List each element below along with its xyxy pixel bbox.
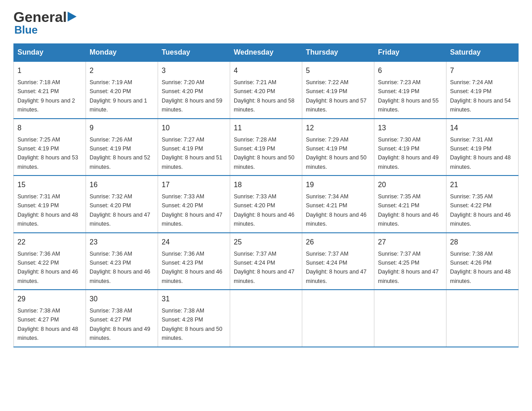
day-info: Sunrise: 7:21 AMSunset: 4:20 PMDaylight:… xyxy=(234,79,295,113)
day-number: 4 xyxy=(234,65,298,76)
calendar-cell: 26 Sunrise: 7:37 AMSunset: 4:24 PMDaylig… xyxy=(302,233,374,290)
calendar-cell: 3 Sunrise: 7:20 AMSunset: 4:20 PMDayligh… xyxy=(158,61,230,119)
page-header: General Blue xyxy=(13,9,519,36)
day-number: 26 xyxy=(306,237,370,248)
calendar-cell: 7 Sunrise: 7:24 AMSunset: 4:19 PMDayligh… xyxy=(446,61,519,119)
day-number: 28 xyxy=(450,237,515,248)
day-info: Sunrise: 7:29 AMSunset: 4:19 PMDaylight:… xyxy=(306,137,367,170)
day-info: Sunrise: 7:38 AMSunset: 4:28 PMDaylight:… xyxy=(162,308,223,341)
calendar-cell xyxy=(374,290,446,347)
calendar-week-row: 15 Sunrise: 7:31 AMSunset: 4:19 PMDaylig… xyxy=(14,176,519,233)
calendar-cell: 19 Sunrise: 7:34 AMSunset: 4:21 PMDaylig… xyxy=(302,176,374,233)
calendar-table: SundayMondayTuesdayWednesdayThursdayFrid… xyxy=(13,43,519,347)
day-info: Sunrise: 7:32 AMSunset: 4:20 PMDaylight:… xyxy=(90,193,150,227)
day-info: Sunrise: 7:25 AMSunset: 4:19 PMDaylight:… xyxy=(17,137,78,170)
day-info: Sunrise: 7:36 AMSunset: 4:22 PMDaylight:… xyxy=(17,251,78,284)
calendar-cell: 18 Sunrise: 7:33 AMSunset: 4:20 PMDaylig… xyxy=(230,176,302,233)
day-info: Sunrise: 7:31 AMSunset: 4:19 PMDaylight:… xyxy=(17,193,78,227)
logo-arrow-icon xyxy=(68,12,77,23)
day-info: Sunrise: 7:26 AMSunset: 4:19 PMDaylight:… xyxy=(90,137,150,170)
calendar-cell: 9 Sunrise: 7:26 AMSunset: 4:19 PMDayligh… xyxy=(86,119,158,176)
day-info: Sunrise: 7:19 AMSunset: 4:20 PMDaylight:… xyxy=(90,79,147,113)
col-header-saturday: Saturday xyxy=(446,44,519,62)
calendar-cell: 14 Sunrise: 7:31 AMSunset: 4:19 PMDaylig… xyxy=(446,119,519,176)
day-info: Sunrise: 7:35 AMSunset: 4:21 PMDaylight:… xyxy=(378,193,439,227)
logo-blue-text: Blue xyxy=(14,24,38,36)
calendar-cell: 27 Sunrise: 7:37 AMSunset: 4:25 PMDaylig… xyxy=(374,233,446,290)
calendar-cell: 17 Sunrise: 7:33 AMSunset: 4:20 PMDaylig… xyxy=(158,176,230,233)
calendar-cell xyxy=(230,290,302,347)
day-number: 13 xyxy=(378,123,442,133)
day-info: Sunrise: 7:35 AMSunset: 4:22 PMDaylight:… xyxy=(450,193,511,227)
day-info: Sunrise: 7:38 AMSunset: 4:27 PMDaylight:… xyxy=(90,308,150,341)
day-number: 24 xyxy=(162,237,226,248)
day-number: 3 xyxy=(162,65,226,76)
day-info: Sunrise: 7:20 AMSunset: 4:20 PMDaylight:… xyxy=(162,79,223,113)
day-number: 30 xyxy=(90,294,154,304)
day-number: 21 xyxy=(450,180,515,190)
day-info: Sunrise: 7:27 AMSunset: 4:19 PMDaylight:… xyxy=(162,137,223,170)
day-number: 31 xyxy=(162,294,226,304)
day-number: 6 xyxy=(378,65,442,76)
calendar-cell: 30 Sunrise: 7:38 AMSunset: 4:27 PMDaylig… xyxy=(86,290,158,347)
day-info: Sunrise: 7:38 AMSunset: 4:27 PMDaylight:… xyxy=(17,308,78,341)
day-number: 18 xyxy=(234,180,298,190)
day-number: 7 xyxy=(450,65,515,76)
day-number: 20 xyxy=(378,180,442,190)
col-header-wednesday: Wednesday xyxy=(230,44,302,62)
day-info: Sunrise: 7:36 AMSunset: 4:23 PMDaylight:… xyxy=(90,251,150,284)
day-info: Sunrise: 7:37 AMSunset: 4:25 PMDaylight:… xyxy=(378,251,439,284)
calendar-cell: 15 Sunrise: 7:31 AMSunset: 4:19 PMDaylig… xyxy=(14,176,86,233)
calendar-cell: 20 Sunrise: 7:35 AMSunset: 4:21 PMDaylig… xyxy=(374,176,446,233)
day-info: Sunrise: 7:36 AMSunset: 4:23 PMDaylight:… xyxy=(162,251,223,284)
col-header-sunday: Sunday xyxy=(14,44,86,62)
calendar-cell: 11 Sunrise: 7:28 AMSunset: 4:19 PMDaylig… xyxy=(230,119,302,176)
day-number: 25 xyxy=(234,237,298,248)
calendar-cell: 8 Sunrise: 7:25 AMSunset: 4:19 PMDayligh… xyxy=(14,119,86,176)
calendar-cell: 23 Sunrise: 7:36 AMSunset: 4:23 PMDaylig… xyxy=(86,233,158,290)
calendar-cell: 6 Sunrise: 7:23 AMSunset: 4:19 PMDayligh… xyxy=(374,61,446,119)
svg-marker-0 xyxy=(68,12,77,21)
calendar-cell: 1 Sunrise: 7:18 AMSunset: 4:21 PMDayligh… xyxy=(14,61,86,119)
calendar-cell: 31 Sunrise: 7:38 AMSunset: 4:28 PMDaylig… xyxy=(158,290,230,347)
calendar-cell: 16 Sunrise: 7:32 AMSunset: 4:20 PMDaylig… xyxy=(86,176,158,233)
day-number: 2 xyxy=(90,65,154,76)
calendar-header-row: SundayMondayTuesdayWednesdayThursdayFrid… xyxy=(14,44,519,62)
calendar-cell: 12 Sunrise: 7:29 AMSunset: 4:19 PMDaylig… xyxy=(302,119,374,176)
day-number: 22 xyxy=(17,237,82,248)
calendar-cell: 10 Sunrise: 7:27 AMSunset: 4:19 PMDaylig… xyxy=(158,119,230,176)
day-number: 23 xyxy=(90,237,154,248)
calendar-cell: 22 Sunrise: 7:36 AMSunset: 4:22 PMDaylig… xyxy=(14,233,86,290)
calendar-cell: 2 Sunrise: 7:19 AMSunset: 4:20 PMDayligh… xyxy=(86,61,158,119)
day-number: 9 xyxy=(90,123,154,133)
calendar-cell: 28 Sunrise: 7:38 AMSunset: 4:26 PMDaylig… xyxy=(446,233,519,290)
col-header-friday: Friday xyxy=(374,44,446,62)
calendar-week-row: 22 Sunrise: 7:36 AMSunset: 4:22 PMDaylig… xyxy=(14,233,519,290)
calendar-cell: 29 Sunrise: 7:38 AMSunset: 4:27 PMDaylig… xyxy=(14,290,86,347)
col-header-thursday: Thursday xyxy=(302,44,374,62)
calendar-cell xyxy=(446,290,519,347)
calendar-cell: 5 Sunrise: 7:22 AMSunset: 4:19 PMDayligh… xyxy=(302,61,374,119)
logo: General xyxy=(13,9,77,26)
day-info: Sunrise: 7:24 AMSunset: 4:19 PMDaylight:… xyxy=(450,79,511,113)
calendar-cell: 24 Sunrise: 7:36 AMSunset: 4:23 PMDaylig… xyxy=(158,233,230,290)
day-info: Sunrise: 7:34 AMSunset: 4:21 PMDaylight:… xyxy=(306,193,367,227)
calendar-week-row: 1 Sunrise: 7:18 AMSunset: 4:21 PMDayligh… xyxy=(14,61,519,119)
day-number: 5 xyxy=(306,65,370,76)
calendar-cell: 25 Sunrise: 7:37 AMSunset: 4:24 PMDaylig… xyxy=(230,233,302,290)
logo-area: General Blue xyxy=(13,9,77,36)
day-number: 16 xyxy=(90,180,154,190)
day-info: Sunrise: 7:38 AMSunset: 4:26 PMDaylight:… xyxy=(450,251,511,284)
calendar-cell xyxy=(302,290,374,347)
day-number: 29 xyxy=(17,294,82,304)
day-number: 12 xyxy=(306,123,370,133)
day-number: 17 xyxy=(162,180,226,190)
day-info: Sunrise: 7:23 AMSunset: 4:19 PMDaylight:… xyxy=(378,79,439,113)
day-info: Sunrise: 7:37 AMSunset: 4:24 PMDaylight:… xyxy=(234,251,295,284)
calendar-week-row: 8 Sunrise: 7:25 AMSunset: 4:19 PMDayligh… xyxy=(14,119,519,176)
day-number: 10 xyxy=(162,123,226,133)
day-info: Sunrise: 7:18 AMSunset: 4:21 PMDaylight:… xyxy=(17,79,75,113)
day-info: Sunrise: 7:30 AMSunset: 4:19 PMDaylight:… xyxy=(378,137,439,170)
day-number: 19 xyxy=(306,180,370,190)
day-info: Sunrise: 7:37 AMSunset: 4:24 PMDaylight:… xyxy=(306,251,367,284)
